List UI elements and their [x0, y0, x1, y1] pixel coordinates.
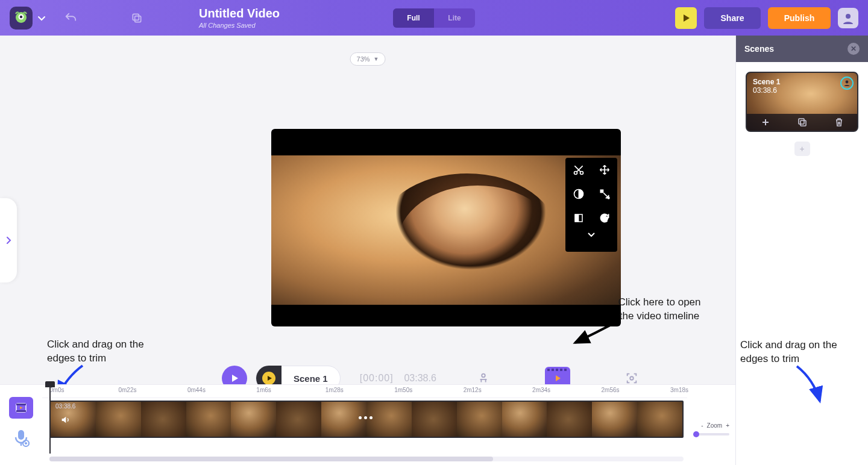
cut-icon[interactable] [571, 163, 586, 177]
ruler-tick: 1m50s [394, 387, 412, 393]
contrast-icon[interactable] [571, 187, 586, 201]
timeline-zoom-slider[interactable] [693, 433, 729, 435]
playhead[interactable] [49, 382, 51, 454]
ruler-tick: 0m22s [118, 387, 136, 393]
elapsed-time: [00:00] [360, 373, 394, 383]
copy-button[interactable] [123, 7, 151, 30]
video-element-toolbar [565, 158, 617, 252]
annotation-open-timeline: Click here to open the video timeline [617, 296, 702, 323]
svg-point-14 [482, 374, 485, 378]
svg-rect-23 [799, 119, 804, 124]
svg-rect-9 [600, 190, 603, 193]
scene-card-name: Scene 1 [753, 78, 780, 86]
user-avatar[interactable] [838, 8, 858, 28]
annotation-trim-right: Click and drag on the edges to trim [740, 339, 843, 366]
add-scene-button[interactable]: + [794, 142, 810, 156]
share-button[interactable]: Share [704, 7, 761, 29]
mode-lite[interactable]: Lite [434, 8, 475, 28]
ruler-tick: 0m44s [187, 387, 206, 393]
mask-icon[interactable] [571, 211, 586, 225]
chevron-down-icon: ▼ [374, 56, 379, 62]
zoom-level-chip[interactable]: 73% ▼ [350, 52, 386, 66]
svg-rect-4 [133, 14, 139, 20]
ruler-tick: 0m0s [49, 387, 64, 393]
mode-full[interactable]: Full [393, 8, 434, 28]
svg-point-2 [20, 15, 22, 17]
svg-rect-18 [16, 410, 26, 412]
move-icon[interactable] [597, 163, 612, 177]
ruler-tick: 2m56s [602, 387, 620, 393]
ruler-tick: 2m12s [464, 387, 482, 393]
timeline-video-track-button[interactable] [9, 397, 33, 419]
svg-point-10 [607, 197, 609, 199]
timeline-zoom-control: - Zoom + [701, 422, 729, 429]
timeline-clip[interactable] [49, 401, 684, 438]
svg-rect-17 [16, 404, 26, 405]
timeline-voice-track-button[interactable] [9, 427, 33, 449]
scene-owner-badge [840, 76, 854, 90]
scenes-panel-title: Scenes [744, 44, 774, 54]
svg-point-5 [846, 14, 851, 19]
clip-audio-icon[interactable] [58, 413, 72, 427]
toolbar-expand-chevron[interactable] [587, 231, 596, 240]
video-title[interactable]: Untitled Video [199, 7, 280, 20]
ruler-tick: 1m6s [256, 387, 271, 393]
zoom-label: Zoom [707, 422, 723, 429]
scene-add-icon[interactable] [760, 116, 772, 128]
ruler-tick: 2m34s [532, 387, 550, 393]
zoom-plus[interactable]: + [726, 422, 729, 429]
svg-point-21 [846, 81, 849, 84]
svg-rect-22 [800, 120, 806, 126]
ruler-tick: 1m28s [326, 387, 344, 393]
current-scene-label: Scene 1 [281, 373, 340, 384]
ruler-tick: 3m18s [670, 387, 688, 393]
close-scenes-panel[interactable]: ✕ [848, 43, 860, 55]
total-time: 03:38.6 [404, 373, 436, 383]
zoom-level-value: 73% [357, 55, 370, 63]
svg-rect-3 [135, 16, 141, 22]
timeline-scrollbar[interactable] [49, 457, 684, 461]
scene-delete-icon[interactable] [833, 116, 845, 128]
undo-button[interactable] [57, 7, 84, 30]
svg-point-15 [630, 376, 634, 380]
scene-card[interactable]: Scene 1 03:38.6 [746, 72, 858, 132]
publish-button[interactable]: Publish [768, 7, 831, 29]
zoom-minus[interactable]: - [701, 422, 703, 429]
scene-card-duration: 03:38.6 [753, 86, 780, 95]
save-status: All Changes Saved [199, 22, 280, 29]
annotation-trim-left: Click and drag on the edges to trim [47, 338, 149, 366]
clip-duration-label: 03:38.6 [55, 403, 75, 410]
logo-menu-chevron[interactable] [35, 7, 48, 30]
video-preview[interactable]: + [271, 129, 621, 326]
rotate-icon[interactable] [597, 211, 612, 225]
timeline-ruler[interactable]: 0m0s0m22s0m44s1m6s1m28s1m50s2m12s2m34s2m… [42, 385, 687, 398]
svg-rect-12 [575, 214, 579, 222]
svg-rect-19 [18, 430, 24, 440]
preview-play-button[interactable] [675, 7, 697, 29]
left-panel-expand[interactable] [0, 198, 17, 282]
flip-icon[interactable] [597, 187, 612, 201]
app-logo[interactable] [10, 7, 33, 30]
mode-toggle: Full Lite [393, 8, 475, 28]
scene-duplicate-icon[interactable] [796, 116, 808, 128]
